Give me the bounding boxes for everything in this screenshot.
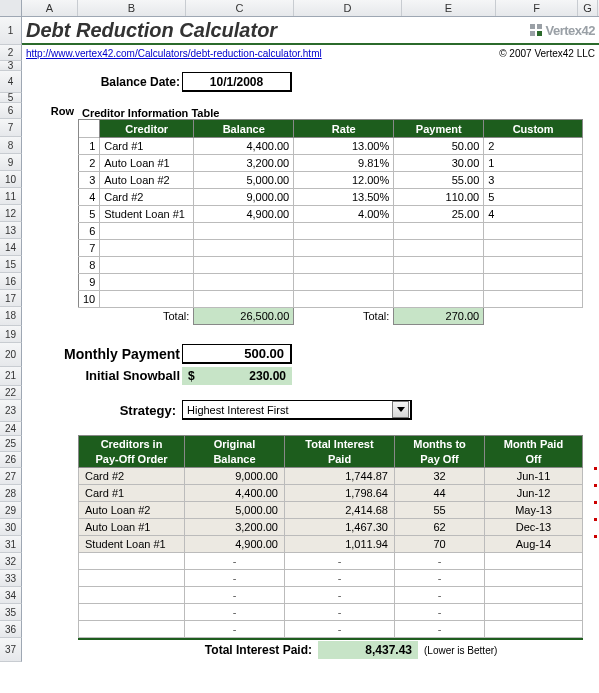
creditor-name-cell[interactable]: [100, 223, 194, 240]
rate-cell[interactable]: 12.00%: [294, 172, 394, 189]
th-balance: Balance: [194, 120, 294, 138]
table-row: Student Loan #14,900.001,011.9470Aug-14: [79, 536, 583, 553]
custom-cell[interactable]: [484, 223, 583, 240]
creditor-name-cell[interactable]: Card #2: [100, 189, 194, 206]
payment-cell[interactable]: 25.00: [394, 206, 484, 223]
row-headers[interactable]: 1 2 3 4 5 6 7 8 9 10 11 12 13 14 15 16 1…: [0, 17, 22, 662]
comment-indicator-icon[interactable]: [594, 535, 597, 538]
creditor-name-cell[interactable]: [100, 240, 194, 257]
balance-cell[interactable]: [194, 257, 294, 274]
balance-cell[interactable]: [194, 223, 294, 240]
payment-cell[interactable]: [394, 240, 484, 257]
payment-cell[interactable]: [394, 223, 484, 240]
table-row[interactable]: 3Auto Loan #25,000.0012.00%55.003: [79, 172, 583, 189]
rate-cell[interactable]: [294, 274, 394, 291]
th-custom: Custom: [484, 120, 583, 138]
table-row[interactable]: 6: [79, 223, 583, 240]
rate-cell[interactable]: 4.00%: [294, 206, 394, 223]
table-row[interactable]: 4Card #29,000.0013.50%110.005: [79, 189, 583, 206]
balance-date-input[interactable]: 10/1/2008: [182, 72, 292, 92]
custom-cell[interactable]: 4: [484, 206, 583, 223]
creditor-name-cell[interactable]: [100, 274, 194, 291]
balance-cell[interactable]: [194, 291, 294, 308]
payment-cell[interactable]: 110.00: [394, 189, 484, 206]
payment-cell[interactable]: 30.00: [394, 155, 484, 172]
col-D[interactable]: D: [294, 0, 402, 16]
payoff-balance: 4,400.00: [185, 485, 285, 502]
comment-indicator-icon[interactable]: [594, 518, 597, 521]
creditor-name-cell[interactable]: Auto Loan #2: [100, 172, 194, 189]
col-F[interactable]: F: [496, 0, 578, 16]
payment-cell[interactable]: 55.00: [394, 172, 484, 189]
table-row[interactable]: 7: [79, 240, 583, 257]
comment-indicator-icon[interactable]: [594, 467, 597, 470]
rate-cell[interactable]: [294, 223, 394, 240]
row-num: 6: [79, 223, 100, 240]
table-row[interactable]: 2Auto Loan #13,200.009.81%30.001: [79, 155, 583, 172]
col-A[interactable]: A: [22, 0, 78, 16]
table-row[interactable]: 8: [79, 257, 583, 274]
total-balance: 26,500.00: [194, 308, 294, 325]
balance-cell[interactable]: 9,000.00: [194, 189, 294, 206]
rate-cell[interactable]: [294, 291, 394, 308]
custom-cell[interactable]: 2: [484, 138, 583, 155]
svg-rect-2: [530, 31, 535, 36]
payoff-name: Card #1: [79, 485, 185, 502]
creditor-name-cell[interactable]: [100, 257, 194, 274]
payoff-interest: 1,744.87: [285, 468, 395, 485]
strategy-dropdown[interactable]: Highest Interest First: [182, 400, 412, 420]
rate-cell[interactable]: 13.00%: [294, 138, 394, 155]
creditor-totals-row: Total: 26,500.00 Total: 270.00: [79, 308, 583, 325]
balance-cell[interactable]: 4,900.00: [194, 206, 294, 223]
table-row[interactable]: 1Card #14,400.0013.00%50.002: [79, 138, 583, 155]
table-row: ---: [79, 553, 583, 570]
rate-cell[interactable]: 13.50%: [294, 189, 394, 206]
balance-date-row: Balance Date: 10/1/2008: [22, 71, 599, 93]
th-rate: Rate: [294, 120, 394, 138]
col-C[interactable]: C: [186, 0, 294, 16]
comment-indicator-icon[interactable]: [594, 484, 597, 487]
custom-cell[interactable]: 5: [484, 189, 583, 206]
table-row[interactable]: 10: [79, 291, 583, 308]
source-link[interactable]: http://www.vertex42.com/Calculators/debt…: [26, 48, 499, 59]
total-label-1: Total:: [100, 308, 194, 325]
table-row[interactable]: 5Student Loan #14,900.004.00%25.004: [79, 206, 583, 223]
rate-cell[interactable]: [294, 257, 394, 274]
col-E[interactable]: E: [402, 0, 496, 16]
custom-cell[interactable]: [484, 240, 583, 257]
monthly-payment-input[interactable]: 500.00: [182, 344, 292, 364]
payment-cell[interactable]: 50.00: [394, 138, 484, 155]
table-row[interactable]: 9: [79, 274, 583, 291]
chevron-down-icon[interactable]: [392, 401, 409, 418]
strategy-value: Highest Interest First: [183, 404, 392, 416]
creditor-name-cell[interactable]: Student Loan #1: [100, 206, 194, 223]
col-G[interactable]: G: [578, 0, 598, 16]
creditor-name-cell[interactable]: Card #1: [100, 138, 194, 155]
payment-cell[interactable]: [394, 257, 484, 274]
table-row: Card #14,400.001,798.6444Jun-12: [79, 485, 583, 502]
comment-indicator-icon[interactable]: [594, 501, 597, 504]
rate-cell[interactable]: [294, 240, 394, 257]
custom-cell[interactable]: 1: [484, 155, 583, 172]
th-creditor: Creditor: [100, 120, 194, 138]
creditor-name-cell[interactable]: [100, 291, 194, 308]
payment-cell[interactable]: [394, 274, 484, 291]
rate-cell[interactable]: 9.81%: [294, 155, 394, 172]
custom-cell[interactable]: 3: [484, 172, 583, 189]
custom-cell[interactable]: [484, 257, 583, 274]
link-row: http://www.vertex42.com/Calculators/debt…: [22, 45, 599, 61]
balance-cell[interactable]: 4,400.00: [194, 138, 294, 155]
creditor-name-cell[interactable]: Auto Loan #1: [100, 155, 194, 172]
balance-cell[interactable]: 5,000.00: [194, 172, 294, 189]
balance-cell[interactable]: [194, 240, 294, 257]
balance-cell[interactable]: [194, 274, 294, 291]
payoff-interest: 2,414.68: [285, 502, 395, 519]
col-B[interactable]: B: [78, 0, 186, 16]
custom-cell[interactable]: [484, 291, 583, 308]
payoff-balance: 3,200.00: [185, 519, 285, 536]
payment-cell[interactable]: [394, 291, 484, 308]
svg-rect-3: [537, 31, 542, 36]
balance-cell[interactable]: 3,200.00: [194, 155, 294, 172]
column-headers[interactable]: A B C D E F G: [0, 0, 599, 17]
custom-cell[interactable]: [484, 274, 583, 291]
